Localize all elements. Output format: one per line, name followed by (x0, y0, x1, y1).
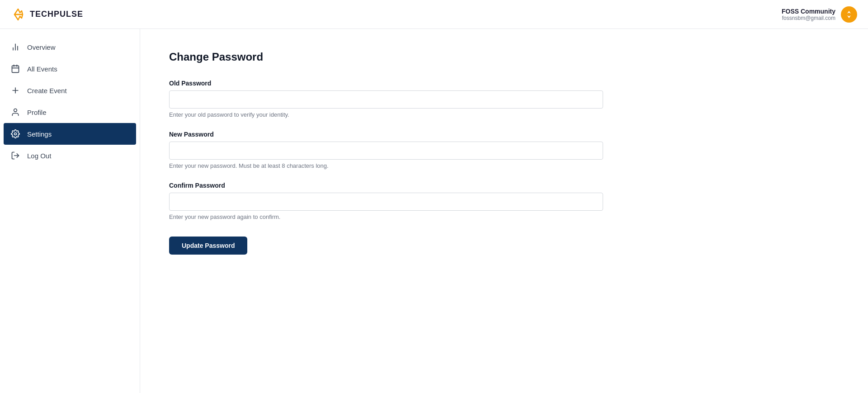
sidebar-item-create-event[interactable]: Create Event (0, 80, 140, 101)
change-password-form: Old Password Enter your old password to … (169, 80, 839, 255)
old-password-group: Old Password Enter your old password to … (169, 80, 603, 118)
old-password-hint: Enter your old password to verify your i… (169, 111, 603, 118)
header: TECHPULSE FOSS Community fossnsbm@gmail.… (0, 0, 868, 29)
user-info: FOSS Community fossnsbm@gmail.com (782, 8, 835, 21)
new-password-hint: Enter your new password. Must be at leas… (169, 162, 603, 169)
gear-icon (11, 129, 20, 138)
avatar-icon (844, 10, 854, 19)
svg-marker-1 (14, 14, 23, 20)
page-title: Change Password (169, 51, 839, 63)
old-password-input[interactable] (169, 90, 603, 109)
sidebar: Overview All Events Create Event (0, 29, 140, 393)
sidebar-item-all-events[interactable]: All Events (0, 58, 140, 80)
sidebar-item-settings[interactable]: Settings (4, 123, 136, 145)
svg-point-11 (14, 109, 17, 112)
confirm-password-group: Confirm Password Enter your new password… (169, 182, 603, 220)
user-icon (11, 108, 20, 117)
user-info-container: FOSS Community fossnsbm@gmail.com (782, 6, 857, 23)
sidebar-item-label: Settings (27, 130, 52, 138)
main-content: Change Password Old Password Enter your … (140, 29, 868, 393)
sidebar-item-logout[interactable]: Log Out (0, 145, 140, 166)
calendar-icon (11, 64, 20, 73)
user-name: FOSS Community (782, 8, 835, 15)
logo-text: TECHPULSE (30, 9, 83, 19)
confirm-password-hint: Enter your new password again to confirm… (169, 213, 603, 220)
sidebar-item-label: Overview (27, 43, 56, 51)
app-layout: Overview All Events Create Event (0, 29, 868, 393)
sidebar-item-label: Log Out (27, 152, 51, 160)
svg-rect-5 (12, 66, 19, 72)
plus-icon (11, 86, 20, 95)
new-password-label: New Password (169, 131, 603, 138)
techpulse-logo-icon (11, 7, 25, 22)
svg-marker-0 (14, 9, 23, 14)
logout-icon (11, 151, 20, 160)
sidebar-item-label: Create Event (27, 87, 67, 95)
confirm-password-input[interactable] (169, 193, 603, 211)
old-password-label: Old Password (169, 80, 603, 87)
new-password-group: New Password Enter your new password. Mu… (169, 131, 603, 169)
avatar[interactable] (841, 6, 857, 23)
sidebar-item-overview[interactable]: Overview (0, 36, 140, 58)
user-email: fossnsbm@gmail.com (782, 15, 835, 21)
sidebar-item-label: All Events (27, 65, 57, 73)
bar-chart-icon (11, 43, 20, 52)
confirm-password-label: Confirm Password (169, 182, 603, 189)
logo: TECHPULSE (11, 7, 83, 22)
update-password-button[interactable]: Update Password (169, 237, 247, 255)
sidebar-item-label: Profile (27, 109, 47, 116)
new-password-input[interactable] (169, 142, 603, 160)
svg-point-12 (14, 133, 17, 135)
sidebar-item-profile[interactable]: Profile (0, 101, 140, 123)
